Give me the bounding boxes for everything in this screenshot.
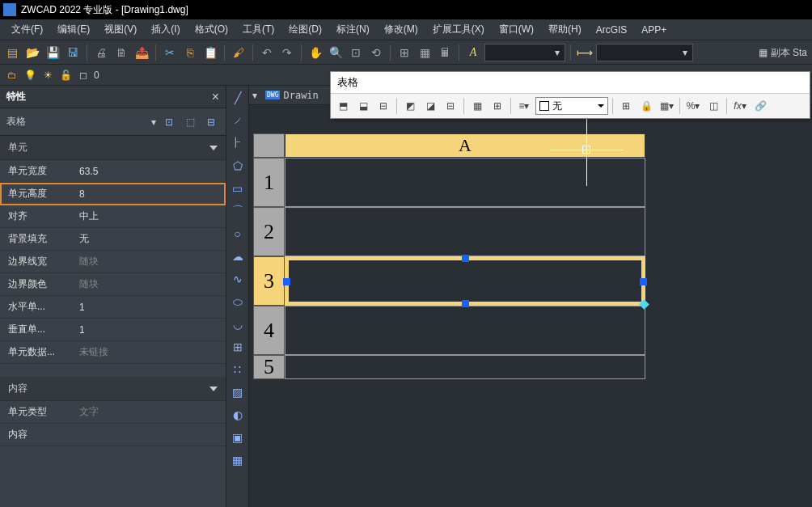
block-insert-icon[interactable]: ◫ [704,97,722,115]
line-icon[interactable]: ╱ [229,89,247,107]
menu-draw[interactable]: 绘图(D) [282,20,328,39]
calc-button[interactable]: 🖩 [436,44,454,61]
percent-icon[interactable]: %▾ [684,97,702,115]
text-style-icon[interactable]: A [464,44,482,61]
dim-style-combo[interactable]: ▾ [596,44,693,61]
row-bg[interactable]: 背景填充 无 [0,228,226,251]
arc-icon[interactable]: ⌒ [229,202,247,220]
menu-file[interactable]: 文件(F) [5,20,49,39]
delete-row-icon[interactable]: ⊟ [374,97,392,115]
align-value[interactable]: 中上 [74,209,226,223]
row-border-color[interactable]: 边界颜色 随块 [0,273,226,296]
layer-freeze-icon[interactable]: ☀ [40,68,55,82]
layer-lock-icon[interactable]: 🔓 [58,68,73,82]
grip-top[interactable] [462,255,469,262]
table-corner-cell[interactable] [253,133,285,158]
menu-modify[interactable]: 修改(M) [378,20,425,39]
merge-cells-icon[interactable]: ▦ [468,97,486,115]
grid-button[interactable]: ⊞ [395,44,413,61]
table-toolbar-title[interactable]: 表格 [331,72,810,94]
grip-right[interactable] [640,278,647,285]
cell-borders-icon[interactable]: ⊞ [617,97,635,115]
spline-icon[interactable]: ∿ [229,270,247,288]
menu-tools[interactable]: 工具(T) [236,20,281,39]
polyline-icon[interactable]: ⺊ [229,134,247,152]
pick-add-icon[interactable]: ⬚ [182,114,198,130]
cut-button[interactable]: ✂ [161,44,179,61]
v-unit-value[interactable]: 1 [74,324,226,336]
row-align[interactable]: 对齐 中上 [0,205,226,228]
hatch-icon[interactable]: ▨ [229,383,247,401]
border-color-value[interactable]: 随块 [74,277,226,291]
zoom-prev-button[interactable]: ⟲ [367,44,385,61]
copy-button[interactable]: ⎘ [181,44,199,61]
cell-type-value[interactable]: 文字 [74,405,226,419]
menu-dim[interactable]: 标注(N) [330,20,376,39]
row-cell-type[interactable]: 单元类型 文字 [0,401,226,424]
formula-icon[interactable]: fx▾ [731,97,749,115]
grip-bottom[interactable] [462,300,469,307]
row-v-unit[interactable]: 垂直单... 1 [0,319,226,341]
table-cell-a4[interactable] [285,306,645,355]
point-icon[interactable]: ∷ [229,361,247,378]
table-row-1-label[interactable]: 1 [253,158,285,207]
paste-button[interactable]: 📋 [201,44,219,61]
h-unit-value[interactable]: 1 [74,302,226,313]
cell-lock-icon[interactable]: 🔒 [637,97,655,115]
table-row-2-label[interactable]: 2 [253,207,285,256]
menu-window[interactable]: 窗口(W) [493,20,540,39]
selection-type[interactable]: 表格 [6,115,146,129]
menu-app[interactable]: APP+ [635,22,673,38]
data-format-icon[interactable]: ▦▾ [658,97,675,115]
table-row-3-label[interactable]: 3 [253,256,285,306]
print-button[interactable]: 🖨 [92,44,110,61]
border-width-value[interactable]: 随块 [74,255,226,268]
open-button[interactable]: 📂 [23,44,41,61]
region-icon[interactable]: ▣ [229,429,247,446]
save-button[interactable]: 💾 [44,44,61,61]
row-cell-width[interactable]: 单元宽度 63.5 [0,160,226,183]
table-row-4-label[interactable]: 4 [253,306,285,355]
polygon-icon[interactable]: ⬠ [229,157,247,175]
table-row-5-label[interactable]: 5 [253,355,285,379]
table-cell-a1[interactable] [285,158,645,207]
menu-format[interactable]: 格式(O) [188,20,235,39]
preview-button[interactable]: 🗎 [112,44,130,61]
drawing-tab[interactable]: DWG Drawin [260,88,324,103]
align-icon[interactable]: ≡▾ [515,97,533,115]
unmerge-cells-icon[interactable]: ⊞ [488,97,506,115]
insert-row-below-icon[interactable]: ⬓ [354,97,372,115]
row-border-width[interactable]: 边界线宽 随块 [0,251,226,273]
rectangle-icon[interactable]: ▭ [229,180,247,197]
menu-help[interactable]: 帮助(H) [542,20,588,39]
menu-insert[interactable]: 插入(I) [145,20,186,39]
grip-left[interactable] [283,278,290,285]
menu-arcgis[interactable]: ArcGIS [590,22,634,38]
delete-col-icon[interactable]: ⊟ [442,97,459,115]
menu-view[interactable]: 视图(V) [98,20,143,39]
text-style-combo[interactable]: ▾ [484,44,565,61]
ellipse-icon[interactable]: ⬭ [229,293,247,311]
table-style-icon[interactable]: ▦ [759,47,768,58]
pan-button[interactable]: ✋ [307,44,324,61]
menu-edit[interactable]: 编辑(E) [51,20,96,39]
row-cell-data[interactable]: 单元数据... 未链接 [0,341,226,364]
saveall-button[interactable]: 🖫 [64,44,82,61]
quick-select-icon[interactable]: ⊡ [161,114,177,130]
table-col-header-a[interactable]: A [285,133,645,158]
new-button[interactable]: ▤ [3,44,21,61]
cell-height-value[interactable]: 8 [74,188,226,200]
block-icon[interactable]: ⊞ [229,338,247,356]
menu-ext[interactable]: 扩展工具(X) [426,20,491,39]
revcloud-icon[interactable]: ☁ [229,247,247,265]
tab-dropdown-arrow[interactable]: ▾ [252,90,257,101]
xline-icon[interactable]: ⟋ [229,112,247,129]
section-content[interactable]: 内容 [0,377,226,401]
dim-style-icon[interactable]: ⟼ [576,44,594,61]
bg-fill-combo[interactable]: 无 [535,97,608,115]
zoom-in-button[interactable]: 🔍 [327,44,345,61]
gradient-icon[interactable]: ◐ [229,406,247,424]
row-content[interactable]: 内容 [0,424,226,446]
layer-manager-icon[interactable]: 🗀 [5,68,19,82]
selection-dropdown-arrow[interactable]: ▾ [151,116,156,128]
